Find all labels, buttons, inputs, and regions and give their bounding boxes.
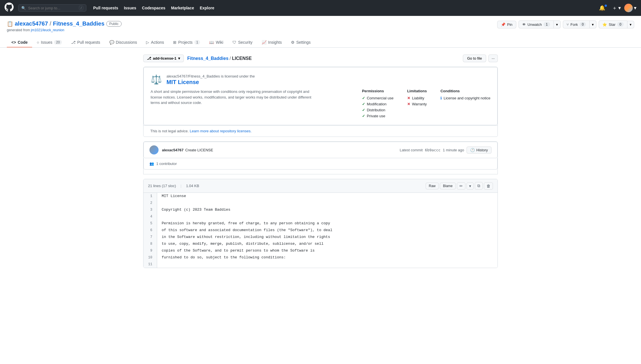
search-input[interactable]: [28, 6, 77, 10]
line-number: 1: [143, 193, 157, 200]
commit-author[interactable]: alexac54767: [162, 148, 184, 152]
codespaces-nav-link[interactable]: Codespaces: [142, 6, 165, 10]
x-icon: ✕: [407, 102, 410, 106]
license-section: ⚖️ alexac54767/Fitness_4_Baddies is lice…: [143, 67, 498, 137]
go-to-file-button[interactable]: Go to file: [463, 55, 486, 62]
breadcrumb-repo-link[interactable]: Fitness_4_Baddies: [187, 56, 228, 61]
tab-discussions[interactable]: 💬 Discussions: [105, 38, 142, 47]
code-line: 1 MIT License: [143, 193, 498, 200]
explore-nav-link[interactable]: Explore: [200, 6, 214, 10]
insights-icon: 📈: [262, 40, 267, 45]
code-line: 2: [143, 200, 498, 206]
edit-button[interactable]: ✏: [457, 182, 465, 190]
license-subtitle: alexac54767/Fitness_4_Baddies is license…: [167, 74, 255, 78]
star-dropdown-button[interactable]: ▾: [627, 21, 634, 28]
legal-notice: This is not legal advice. Learn more abo…: [143, 125, 498, 137]
list-item: ✓Distribution: [362, 108, 394, 112]
branch-icon: ⎇: [147, 56, 151, 60]
file-actions: Go to file ···: [463, 55, 498, 62]
tab-code[interactable]: <> Code: [7, 38, 32, 47]
license-header: ⚖️ alexac54767/Fitness_4_Baddies is lice…: [151, 74, 490, 85]
tab-insights[interactable]: 📈 Insights: [257, 38, 286, 47]
generated-from-link[interactable]: jm1021/leuck_reunion: [31, 28, 64, 32]
repo-icon: 📋: [7, 21, 13, 27]
license-description: A short and simple permissive license wi…: [151, 89, 321, 118]
edit-dropdown-button[interactable]: ▾: [467, 182, 474, 190]
star-button[interactable]: ⭐ Star 0: [599, 20, 627, 28]
check-icon: ✓: [362, 96, 365, 100]
file-content: 1 MIT License 2 3 Copyright (c) 2023 Tea…: [143, 193, 498, 268]
notification-badge: [605, 5, 607, 7]
top-nav-links: Pull requests Issues Codespaces Marketpl…: [93, 6, 214, 10]
license-columns: Permissions ✓Commercial use ✓Modificatio…: [362, 89, 490, 118]
repo-owner-link[interactable]: alexac54767: [15, 20, 48, 27]
notifications-button[interactable]: 🔔: [599, 5, 609, 11]
create-button[interactable]: ＋ ▾: [612, 5, 621, 11]
learn-more-link[interactable]: Learn more about repository licenses.: [190, 129, 252, 133]
tab-issues[interactable]: ○ Issues 20: [32, 38, 66, 47]
commit-hash[interactable]: 6b9accc: [425, 148, 441, 152]
search-bar[interactable]: 🔍 /: [18, 4, 86, 12]
line-number: 10: [143, 254, 157, 261]
marketplace-nav-link[interactable]: Marketplace: [171, 6, 194, 10]
unwatch-dropdown-button[interactable]: ▾: [553, 20, 561, 28]
branch-selector[interactable]: ⎇ add-license-1 ▾: [143, 55, 184, 62]
code-line: 5 Permission is hereby granted, free of …: [143, 220, 498, 227]
security-icon: 🛡: [232, 40, 236, 45]
tab-pull-requests[interactable]: ⎇ Pull requests: [66, 38, 105, 47]
tab-projects[interactable]: ⊞ Projects 1: [168, 38, 205, 47]
user-avatar[interactable]: ▾: [624, 4, 636, 12]
tab-security[interactable]: 🛡 Security: [228, 38, 257, 47]
contributors-bar: 👥 1 contributor: [143, 158, 498, 170]
fork-icon: ⑂: [567, 22, 569, 27]
issues-nav-link[interactable]: Issues: [124, 6, 136, 10]
commit-author-avatar: [149, 145, 159, 154]
limitations-column: Limitations ✕Liability ✕Warranty: [407, 89, 427, 118]
blame-button[interactable]: Blame: [440, 183, 456, 189]
repo-name-link[interactable]: Fitness_4_Baddies: [53, 20, 104, 27]
tab-settings[interactable]: ⚙ Settings: [286, 38, 315, 47]
file-size: 1.04 KB: [186, 184, 199, 188]
pull-requests-nav-link[interactable]: Pull requests: [93, 6, 118, 10]
line-code: [157, 261, 166, 268]
list-item: ℹLicense and copyright notice: [440, 96, 490, 100]
fork-dropdown-button[interactable]: ▾: [589, 20, 596, 28]
commit-info: alexac54767 Create LICENSE: [162, 148, 213, 152]
list-item: ✓Private use: [362, 114, 394, 118]
create-caret-icon: ▾: [618, 5, 621, 11]
conditions-column: Conditions ℹLicense and copyright notice: [440, 89, 490, 118]
line-number: 2: [143, 200, 157, 206]
legal-text: This is not legal advice.: [150, 129, 189, 133]
code-line: 3 Copyright (c) 2023 Team Baddies: [143, 206, 498, 213]
line-number: 8: [143, 240, 157, 247]
repo-tabs: <> Code ○ Issues 20 ⎇ Pull requests 💬 Di…: [7, 35, 634, 47]
line-number: 3: [143, 206, 157, 213]
github-logo[interactable]: [5, 3, 14, 13]
fork-button[interactable]: ⑂ Fork 0: [563, 20, 590, 28]
tab-wiki[interactable]: 📖 Wiki: [205, 38, 228, 47]
delete-button[interactable]: 🗑: [484, 182, 493, 190]
copy-button[interactable]: ⧉: [475, 182, 483, 190]
issues-count-badge: 20: [54, 40, 62, 45]
raw-button[interactable]: Raw: [426, 183, 439, 189]
pin-button[interactable]: 📌 Pin: [497, 21, 516, 28]
line-code: furnished to do so, subject to the follo…: [157, 254, 290, 261]
more-options-button[interactable]: ···: [488, 55, 498, 62]
discussions-icon: 💬: [109, 40, 114, 45]
breadcrumb-separator: /: [230, 56, 231, 61]
list-item: ✕Warranty: [407, 102, 427, 106]
main-content: ⎇ add-license-1 ▾ Fitness_4_Baddies / LI…: [139, 48, 502, 275]
tab-actions[interactable]: ▷ Actions: [141, 38, 168, 47]
actions-icon: ▷: [146, 40, 149, 45]
pr-icon: ⎇: [71, 40, 76, 45]
license-title[interactable]: MIT License: [167, 79, 255, 85]
contributors-icon: 👥: [149, 162, 154, 166]
contributors-count: 1 contributor: [156, 162, 177, 166]
breadcrumb-current-file: LICENSE: [232, 56, 252, 61]
lines-info: 21 lines (17 sloc): [148, 184, 176, 188]
latest-commit-label: Latest commit: [400, 148, 423, 152]
history-button[interactable]: 🕐 History: [467, 147, 492, 154]
line-code: Copyright (c) 2023 Team Baddies: [157, 206, 235, 213]
unwatch-button[interactable]: 👁 Unwatch 1: [519, 20, 553, 28]
visibility-badge: Public: [106, 21, 122, 27]
